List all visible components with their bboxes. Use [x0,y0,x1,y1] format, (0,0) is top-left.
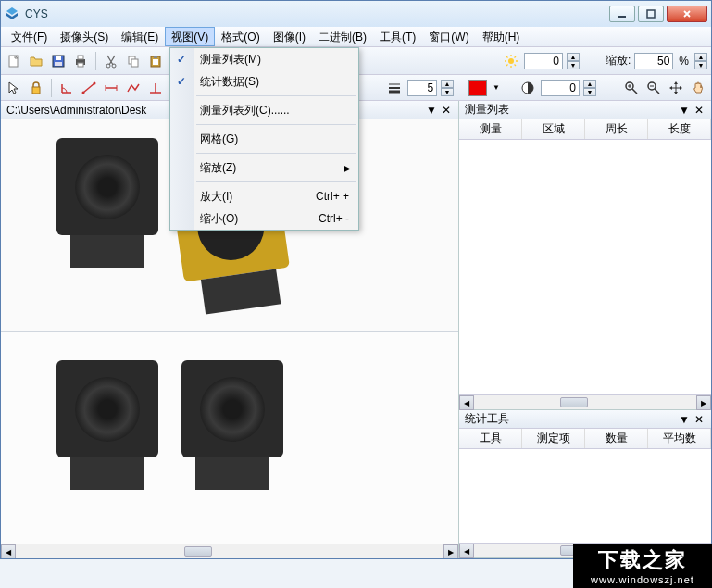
color-swatch-red[interactable] [468,80,487,96]
pane-dropdown-icon[interactable]: ▼ [425,104,438,117]
copy-icon[interactable] [124,52,143,70]
svg-line-24 [514,56,516,58]
svg-line-23 [506,64,508,66]
right-pane: 测量列表 ▼ ✕ 测量 区域 周长 长度 ◀▶ 统计工具 ▼ [459,101,711,558]
svg-rect-12 [131,59,138,67]
maximize-button[interactable] [638,6,664,22]
pane-close-icon[interactable]: ✕ [440,104,453,117]
menu-help[interactable]: 帮助(H) [476,27,527,46]
svg-point-16 [508,58,514,64]
menu-image[interactable]: 图像(I) [267,27,312,46]
stats-grid-header: 工具 测定项 数量 平均数 [459,429,711,449]
menu-item-measure-cols[interactable]: 测量列表列(C)...... [170,99,358,121]
col-perimeter[interactable]: 周长 [585,119,648,139]
window-controls [609,6,707,22]
menu-tool[interactable]: 工具(T) [373,27,422,46]
measure-list-panel: 测量列表 ▼ ✕ 测量 区域 周长 长度 ◀▶ [459,101,711,410]
menu-item-measure-list[interactable]: 测量列表(M) [170,48,358,70]
print-icon[interactable] [71,52,90,70]
measure-list-title: 测量列表 ▼ ✕ [459,101,711,119]
move-icon[interactable] [667,79,685,97]
menu-item-stat-data[interactable]: 统计数据(S) [170,70,358,93]
brightness-spinner[interactable]: ▲▼ [567,53,580,69]
menu-separator [196,95,356,96]
zoom-in-icon[interactable] [622,79,641,97]
contrast-input[interactable] [541,80,580,96]
menu-item-grid[interactable]: 网格(G) [170,128,358,150]
col-tool[interactable]: 工具 [459,429,522,448]
menu-item-zoom-out[interactable]: 缩小(O)Ctrl+ - [170,207,358,230]
close-button[interactable] [667,6,707,22]
view-dropdown: 测量列表(M) 统计数据(S) 测量列表列(C)...... 网格(G) 缩放(… [169,47,359,231]
hand-icon[interactable] [689,79,707,97]
menu-item-zoom-in[interactable]: 放大(I)Ctrl+ + [170,185,358,207]
new-icon[interactable] [5,52,23,70]
polyline-tool-icon[interactable] [124,79,143,97]
lock-icon[interactable] [27,79,45,97]
perp-tool-icon[interactable] [146,79,165,97]
menu-separator [196,124,356,125]
menu-separator [196,153,356,154]
cut-icon[interactable] [102,52,120,70]
svg-point-10 [112,64,116,68]
paste-icon[interactable] [146,52,165,70]
minimize-button[interactable] [609,6,635,22]
app-title: CYS [25,7,609,20]
menu-camera[interactable]: 摄像头(S) [54,27,115,46]
zoom-label: 缩放: [606,53,631,69]
stats-panel: 统计工具 ▼ ✕ 工具 测定项 数量 平均数 ◀▶ [459,410,711,558]
stats-grid-body [459,449,711,543]
col-area[interactable]: 区域 [522,119,585,139]
panel-close-icon[interactable]: ✕ [693,104,706,117]
menu-item-zoom[interactable]: 缩放(Z)▶ [170,156,358,179]
panel-close-icon[interactable]: ✕ [693,413,706,426]
app-icon [5,6,19,21]
hline-tool-icon[interactable] [102,79,120,97]
menu-file[interactable]: 文件(F) [5,27,54,46]
svg-rect-5 [55,62,62,66]
menubar: 文件(F) 摄像头(S) 编辑(E) 视图(V) 格式(O) 图像(I) 二进制… [1,27,711,47]
svg-rect-8 [78,63,83,67]
image-hscroll[interactable]: ◀▶ [1,544,458,558]
svg-point-27 [82,91,85,94]
menu-binary[interactable]: 二进制(B) [312,27,373,46]
col-measure[interactable]: 测量 [459,119,522,139]
svg-line-43 [655,89,659,94]
line-width-spinner[interactable]: ▲▼ [441,80,454,96]
menu-format[interactable]: 格式(O) [215,27,266,46]
watermark-url: www.windowszj.net [591,574,694,585]
line-width-input[interactable] [407,80,437,96]
watermark-title: 下载之家 [598,546,687,574]
svg-rect-4 [56,56,61,60]
col-average[interactable]: 平均数 [648,429,711,448]
col-length[interactable]: 长度 [648,119,711,139]
angle-tool-icon[interactable] [57,79,76,97]
stats-title: 统计工具 ▼ ✕ [459,410,711,429]
separator [51,79,52,97]
svg-line-39 [632,89,637,94]
col-count[interactable]: 数量 [585,429,648,448]
save-icon[interactable] [49,52,68,70]
contrast-icon [518,79,537,97]
zoom-input[interactable] [634,53,673,69]
svg-rect-0 [618,16,626,18]
line-width-icon[interactable] [385,79,404,97]
pointer-icon[interactable] [5,79,23,97]
open-icon[interactable] [27,52,45,70]
menu-edit[interactable]: 编辑(E) [115,27,165,46]
panel-dropdown-icon[interactable]: ▼ [678,413,691,426]
menu-window[interactable]: 窗口(W) [422,27,475,46]
panel-dropdown-icon[interactable]: ▼ [678,104,691,117]
menu-view[interactable]: 视图(V) [165,27,215,46]
measure-grid-header: 测量 区域 周长 长度 [459,119,711,140]
zoom-out-icon[interactable] [644,79,663,97]
brightness-icon [502,52,520,70]
svg-rect-1 [647,10,655,18]
line-tool-icon[interactable] [80,79,98,97]
contrast-spinner[interactable]: ▲▼ [583,80,596,96]
measure-hscroll[interactable]: ◀▶ [459,394,711,409]
svg-line-21 [506,56,508,58]
brightness-input[interactable] [524,53,563,69]
zoom-spinner[interactable]: ▲▼ [694,53,707,69]
col-measure-item[interactable]: 测定项 [522,429,585,448]
